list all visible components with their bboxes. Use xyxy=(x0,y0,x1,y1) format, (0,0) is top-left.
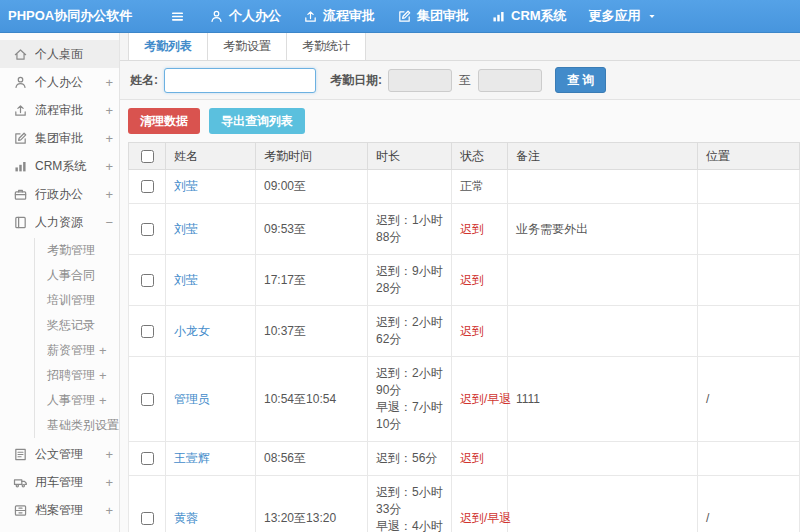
sidebar-subitem[interactable]: 人事合同 xyxy=(35,263,119,288)
sidebar-subitem[interactable]: 薪资管理+ xyxy=(35,338,119,363)
time-cell: 09:53至 xyxy=(256,204,368,255)
process-icon xyxy=(13,103,28,118)
sidebar-item[interactable]: 项目管理+ xyxy=(0,524,119,532)
clear-data-button[interactable]: 清理数据 xyxy=(128,108,200,134)
nav-item-label: 流程审批 xyxy=(323,7,375,25)
remark-cell xyxy=(508,306,698,357)
remark-cell xyxy=(508,170,698,204)
duration-cell: 迟到：9小时28分 xyxy=(368,255,452,306)
employee-name-link[interactable]: 刘莹 xyxy=(174,222,198,236)
remark-cell xyxy=(508,476,698,532)
sidebar-item-label: 流程审批 xyxy=(35,102,101,119)
time-cell: 10:54至10:54 xyxy=(256,357,368,442)
user-icon xyxy=(13,75,28,90)
date-from-input[interactable] xyxy=(388,69,452,92)
status-cell: 迟到/早退 xyxy=(452,476,508,532)
employee-name-link[interactable]: 刘莹 xyxy=(174,273,198,287)
name-filter-input[interactable] xyxy=(164,68,316,93)
sidebar-subitem[interactable]: 奖惩记录 xyxy=(35,313,119,338)
sidebar-subitem-label: 奖惩记录 xyxy=(47,317,98,334)
sidebar-subitem[interactable]: 人事管理+ xyxy=(35,388,119,413)
row-select-cell xyxy=(129,442,166,476)
date-to-input[interactable] xyxy=(478,69,542,92)
date-filter-label: 考勤日期: xyxy=(330,72,382,89)
expand-toggle[interactable]: + xyxy=(101,103,113,118)
employee-name-link[interactable]: 小龙女 xyxy=(174,324,210,338)
expand-toggle[interactable]: + xyxy=(95,393,107,408)
nav-item[interactable]: 个人办公 xyxy=(209,7,281,25)
nav-item-label: CRM系统 xyxy=(511,7,567,25)
name-cell: 小龙女 xyxy=(166,306,256,357)
edit-icon xyxy=(397,9,412,24)
expand-toggle[interactable]: + xyxy=(101,187,113,202)
sidebar-item[interactable]: 行政办公+ xyxy=(0,180,119,208)
employee-name-link[interactable]: 刘莹 xyxy=(174,179,198,193)
sidebar-item[interactable]: 个人桌面 xyxy=(0,40,119,68)
sidebar-item-label: 集团审批 xyxy=(35,130,101,147)
row-checkbox[interactable] xyxy=(141,393,154,406)
employee-name-link[interactable]: 黄蓉 xyxy=(174,511,198,525)
sidebar-subitem[interactable]: 基础类别设置+ xyxy=(35,413,119,438)
sidebar-item[interactable]: 公文管理+ xyxy=(0,440,119,468)
chart-icon xyxy=(491,9,506,24)
expand-toggle[interactable]: + xyxy=(101,159,113,174)
tab-item[interactable]: 考勤列表 xyxy=(128,33,208,60)
duration-line: 早退：7小时10分 xyxy=(376,399,443,433)
row-checkbox[interactable] xyxy=(141,274,154,287)
date-range-to-label: 至 xyxy=(459,72,471,89)
nav-item[interactable]: 集团审批 xyxy=(397,7,469,25)
remark-cell xyxy=(508,442,698,476)
employee-name-link[interactable]: 管理员 xyxy=(174,392,210,406)
row-checkbox[interactable] xyxy=(141,452,154,465)
row-checkbox[interactable] xyxy=(141,180,154,193)
expand-toggle[interactable]: + xyxy=(101,503,113,518)
top-nav: 个人办公流程审批集团审批CRM系统更多应用 xyxy=(209,7,658,25)
sidebar-item[interactable]: 档案管理+ xyxy=(0,496,119,524)
expand-toggle[interactable]: + xyxy=(101,447,113,462)
sidebar-item[interactable]: CRM系统+ xyxy=(0,152,119,180)
tab-item[interactable]: 考勤统计 xyxy=(287,33,366,60)
name-cell: 黄蓉 xyxy=(166,476,256,532)
sidebar-item[interactable]: 个人办公+ xyxy=(0,68,119,96)
sidebar-item[interactable]: 流程审批+ xyxy=(0,96,119,124)
expand-toggle[interactable]: + xyxy=(95,368,107,383)
row-checkbox[interactable] xyxy=(141,325,154,338)
process-icon xyxy=(303,9,318,24)
name-cell: 王壹辉 xyxy=(166,442,256,476)
sidebar-subitem[interactable]: 招聘管理+ xyxy=(35,363,119,388)
table-row: 管理员10:54至10:54迟到：2小时90分早退：7小时10分迟到/早退111… xyxy=(129,357,800,442)
time-cell: 08:56至 xyxy=(256,442,368,476)
sidebar-subitem[interactable]: 培训管理 xyxy=(35,288,119,313)
expand-toggle[interactable]: + xyxy=(95,343,107,358)
sidebar-toggle-button[interactable] xyxy=(170,9,185,24)
menu-icon xyxy=(170,9,185,24)
tab-item[interactable]: 考勤设置 xyxy=(208,33,287,60)
sidebar-subitem[interactable]: 考勤管理 xyxy=(35,238,119,263)
main-content: 考勤列表考勤设置考勤统计 姓名: 考勤日期: 至 查 询 清理数据 导出查询列表 xyxy=(120,33,800,532)
sidebar-item[interactable]: 人力资源− xyxy=(0,208,119,236)
export-list-button[interactable]: 导出查询列表 xyxy=(209,108,305,134)
sidebar-item-label: 档案管理 xyxy=(35,502,101,519)
sidebar-item-label: 人力资源 xyxy=(35,214,101,231)
row-checkbox[interactable] xyxy=(141,512,154,525)
row-select-cell xyxy=(129,357,166,442)
employee-name-link[interactable]: 王壹辉 xyxy=(174,451,210,465)
row-checkbox[interactable] xyxy=(141,223,154,236)
expand-toggle[interactable]: + xyxy=(101,75,113,90)
nav-item[interactable]: 更多应用 xyxy=(589,7,658,25)
nav-item[interactable]: 流程审批 xyxy=(303,7,375,25)
sidebar-subitem-label: 基础类别设置 xyxy=(47,417,119,434)
sidebar-item[interactable]: 用车管理+ xyxy=(0,468,119,496)
sidebar: 个人桌面个人办公+流程审批+集团审批+CRM系统+行政办公+人力资源−考勤管理人… xyxy=(0,33,120,532)
sidebar-submenu: 考勤管理人事合同培训管理奖惩记录薪资管理+招聘管理+人事管理+基础类别设置+ xyxy=(34,238,119,438)
expand-toggle[interactable]: + xyxy=(101,131,113,146)
expand-toggle[interactable]: − xyxy=(101,215,113,230)
table-row: 黄蓉13:20至13:20迟到：5小时33分早退：4小时67分迟到/早退/ xyxy=(129,476,800,532)
expand-toggle[interactable]: + xyxy=(101,475,113,490)
sidebar-item[interactable]: 集团审批+ xyxy=(0,124,119,152)
nav-item[interactable]: CRM系统 xyxy=(491,7,567,25)
location-cell: / xyxy=(698,476,800,532)
sidebar-subitem-label: 培训管理 xyxy=(47,292,98,309)
search-button[interactable]: 查 询 xyxy=(555,67,606,93)
select-all-checkbox[interactable] xyxy=(141,150,154,163)
